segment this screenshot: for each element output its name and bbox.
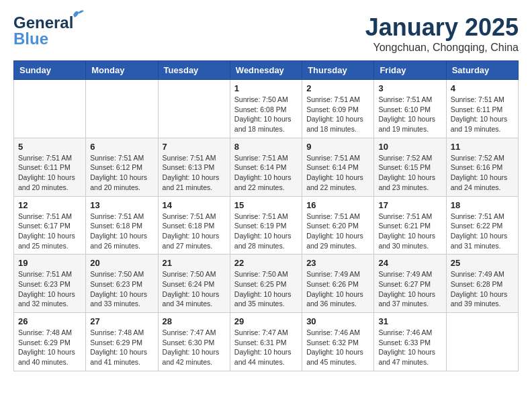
calendar-day-1: 1Sunrise: 7:50 AMSunset: 6:08 PMDaylight… bbox=[230, 80, 302, 138]
day-number: 10 bbox=[378, 142, 441, 152]
day-number: 8 bbox=[234, 142, 298, 152]
day-info: Sunrise: 7:51 AMSunset: 6:17 PMDaylight:… bbox=[18, 212, 81, 251]
day-number: 6 bbox=[90, 142, 153, 152]
calendar-day-16: 16Sunrise: 7:51 AMSunset: 6:20 PMDayligh… bbox=[302, 196, 374, 255]
calendar-empty-cell bbox=[86, 80, 158, 138]
calendar-day-15: 15Sunrise: 7:51 AMSunset: 6:19 PMDayligh… bbox=[230, 196, 302, 255]
calendar-day-13: 13Sunrise: 7:51 AMSunset: 6:18 PMDayligh… bbox=[86, 196, 158, 255]
weekday-header-sunday: Sunday bbox=[14, 61, 86, 80]
day-info: Sunrise: 7:51 AMSunset: 6:20 PMDaylight:… bbox=[306, 212, 369, 251]
day-info: Sunrise: 7:51 AMSunset: 6:23 PMDaylight:… bbox=[18, 269, 81, 309]
day-number: 22 bbox=[234, 258, 298, 268]
calendar-empty-cell bbox=[158, 80, 230, 138]
day-info: Sunrise: 7:49 AMSunset: 6:27 PMDaylight:… bbox=[378, 269, 441, 309]
day-info: Sunrise: 7:51 AMSunset: 6:11 PMDaylight:… bbox=[451, 95, 514, 134]
weekday-header-wednesday: Wednesday bbox=[230, 61, 302, 80]
page-header: General Blue January 2025 Yongchuan, Cho… bbox=[13, 13, 519, 54]
calendar-day-26: 26Sunrise: 7:48 AMSunset: 6:29 PMDayligh… bbox=[14, 313, 86, 371]
day-number: 31 bbox=[378, 316, 441, 326]
calendar-day-6: 6Sunrise: 7:51 AMSunset: 6:12 PMDaylight… bbox=[86, 138, 158, 196]
day-number: 2 bbox=[306, 83, 369, 93]
day-number: 19 bbox=[18, 258, 81, 268]
day-number: 3 bbox=[378, 83, 441, 93]
title-block: January 2025 Yongchuan, Chongqing, China bbox=[365, 13, 519, 54]
calendar-day-7: 7Sunrise: 7:51 AMSunset: 6:13 PMDaylight… bbox=[158, 138, 230, 196]
day-info: Sunrise: 7:51 AMSunset: 6:13 PMDaylight:… bbox=[163, 153, 226, 193]
calendar-day-29: 29Sunrise: 7:47 AMSunset: 6:31 PMDayligh… bbox=[230, 313, 302, 371]
logo: General Blue bbox=[13, 13, 73, 48]
day-number: 18 bbox=[451, 200, 514, 210]
day-info: Sunrise: 7:50 AMSunset: 6:08 PMDaylight:… bbox=[234, 95, 298, 134]
day-info: Sunrise: 7:46 AMSunset: 6:33 PMDaylight:… bbox=[378, 328, 441, 367]
day-number: 9 bbox=[306, 142, 369, 152]
day-info: Sunrise: 7:49 AMSunset: 6:26 PMDaylight:… bbox=[306, 269, 369, 309]
calendar-day-14: 14Sunrise: 7:51 AMSunset: 6:18 PMDayligh… bbox=[158, 196, 230, 255]
calendar-week-row: 26Sunrise: 7:48 AMSunset: 6:29 PMDayligh… bbox=[14, 313, 519, 371]
day-number: 25 bbox=[451, 258, 514, 268]
day-number: 23 bbox=[306, 258, 369, 268]
calendar-table: SundayMondayTuesdayWednesdayThursdayFrid… bbox=[13, 60, 519, 371]
weekday-header-friday: Friday bbox=[374, 61, 446, 80]
calendar-day-4: 4Sunrise: 7:51 AMSunset: 6:11 PMDaylight… bbox=[446, 80, 518, 138]
day-info: Sunrise: 7:51 AMSunset: 6:19 PMDaylight:… bbox=[234, 212, 298, 251]
calendar-week-row: 12Sunrise: 7:51 AMSunset: 6:17 PMDayligh… bbox=[14, 196, 519, 255]
day-info: Sunrise: 7:51 AMSunset: 6:18 PMDaylight:… bbox=[163, 212, 226, 251]
day-info: Sunrise: 7:52 AMSunset: 6:16 PMDaylight:… bbox=[451, 153, 514, 193]
day-info: Sunrise: 7:46 AMSunset: 6:32 PMDaylight:… bbox=[306, 328, 369, 367]
day-info: Sunrise: 7:51 AMSunset: 6:09 PMDaylight:… bbox=[306, 95, 369, 134]
day-number: 1 bbox=[234, 83, 298, 93]
calendar-day-2: 2Sunrise: 7:51 AMSunset: 6:09 PMDaylight… bbox=[302, 80, 374, 138]
day-number: 4 bbox=[451, 83, 514, 93]
weekday-header-thursday: Thursday bbox=[302, 61, 374, 80]
calendar-day-22: 22Sunrise: 7:50 AMSunset: 6:25 PMDayligh… bbox=[230, 255, 302, 313]
logo-general: General bbox=[13, 13, 73, 32]
day-info: Sunrise: 7:51 AMSunset: 6:21 PMDaylight:… bbox=[378, 212, 441, 251]
calendar-day-18: 18Sunrise: 7:51 AMSunset: 6:22 PMDayligh… bbox=[446, 196, 518, 255]
calendar-day-24: 24Sunrise: 7:49 AMSunset: 6:27 PMDayligh… bbox=[374, 255, 446, 313]
day-info: Sunrise: 7:50 AMSunset: 6:24 PMDaylight:… bbox=[163, 269, 226, 309]
calendar-day-5: 5Sunrise: 7:51 AMSunset: 6:11 PMDaylight… bbox=[14, 138, 86, 196]
day-info: Sunrise: 7:51 AMSunset: 6:10 PMDaylight:… bbox=[378, 95, 441, 134]
day-number: 28 bbox=[163, 316, 226, 326]
day-number: 14 bbox=[163, 200, 226, 210]
calendar-day-9: 9Sunrise: 7:51 AMSunset: 6:14 PMDaylight… bbox=[302, 138, 374, 196]
weekday-header-saturday: Saturday bbox=[446, 61, 518, 80]
day-info: Sunrise: 7:47 AMSunset: 6:31 PMDaylight:… bbox=[234, 328, 298, 367]
calendar-day-25: 25Sunrise: 7:49 AMSunset: 6:28 PMDayligh… bbox=[446, 255, 518, 313]
day-number: 26 bbox=[18, 316, 81, 326]
day-number: 12 bbox=[18, 200, 81, 210]
calendar-empty-cell bbox=[14, 80, 86, 138]
day-info: Sunrise: 7:50 AMSunset: 6:25 PMDaylight:… bbox=[234, 269, 298, 309]
calendar-day-19: 19Sunrise: 7:51 AMSunset: 6:23 PMDayligh… bbox=[14, 255, 86, 313]
weekday-header-row: SundayMondayTuesdayWednesdayThursdayFrid… bbox=[14, 61, 519, 80]
day-info: Sunrise: 7:49 AMSunset: 6:28 PMDaylight:… bbox=[451, 269, 514, 309]
day-number: 29 bbox=[234, 316, 298, 326]
calendar-day-31: 31Sunrise: 7:46 AMSunset: 6:33 PMDayligh… bbox=[374, 313, 446, 371]
day-info: Sunrise: 7:51 AMSunset: 6:14 PMDaylight:… bbox=[306, 153, 369, 193]
calendar-day-10: 10Sunrise: 7:52 AMSunset: 6:15 PMDayligh… bbox=[374, 138, 446, 196]
day-info: Sunrise: 7:48 AMSunset: 6:29 PMDaylight:… bbox=[18, 328, 81, 367]
day-info: Sunrise: 7:50 AMSunset: 6:23 PMDaylight:… bbox=[90, 269, 153, 309]
month-title: January 2025 bbox=[365, 13, 519, 42]
calendar-day-17: 17Sunrise: 7:51 AMSunset: 6:21 PMDayligh… bbox=[374, 196, 446, 255]
day-number: 5 bbox=[18, 142, 81, 152]
calendar-day-21: 21Sunrise: 7:50 AMSunset: 6:24 PMDayligh… bbox=[158, 255, 230, 313]
day-info: Sunrise: 7:48 AMSunset: 6:29 PMDaylight:… bbox=[90, 328, 153, 367]
day-info: Sunrise: 7:51 AMSunset: 6:12 PMDaylight:… bbox=[90, 153, 153, 193]
day-info: Sunrise: 7:51 AMSunset: 6:18 PMDaylight:… bbox=[90, 212, 153, 251]
logo-bird-icon bbox=[72, 8, 85, 20]
day-number: 15 bbox=[234, 200, 298, 210]
day-number: 11 bbox=[451, 142, 514, 152]
day-number: 30 bbox=[306, 316, 369, 326]
calendar-day-27: 27Sunrise: 7:48 AMSunset: 6:29 PMDayligh… bbox=[86, 313, 158, 371]
day-info: Sunrise: 7:47 AMSunset: 6:30 PMDaylight:… bbox=[163, 328, 226, 367]
calendar-day-3: 3Sunrise: 7:51 AMSunset: 6:10 PMDaylight… bbox=[374, 80, 446, 138]
day-info: Sunrise: 7:52 AMSunset: 6:15 PMDaylight:… bbox=[378, 153, 441, 193]
calendar-day-8: 8Sunrise: 7:51 AMSunset: 6:14 PMDaylight… bbox=[230, 138, 302, 196]
day-info: Sunrise: 7:51 AMSunset: 6:22 PMDaylight:… bbox=[451, 212, 514, 251]
calendar-day-12: 12Sunrise: 7:51 AMSunset: 6:17 PMDayligh… bbox=[14, 196, 86, 255]
weekday-header-monday: Monday bbox=[86, 61, 158, 80]
day-number: 7 bbox=[163, 142, 226, 152]
day-number: 13 bbox=[90, 200, 153, 210]
day-number: 20 bbox=[90, 258, 153, 268]
